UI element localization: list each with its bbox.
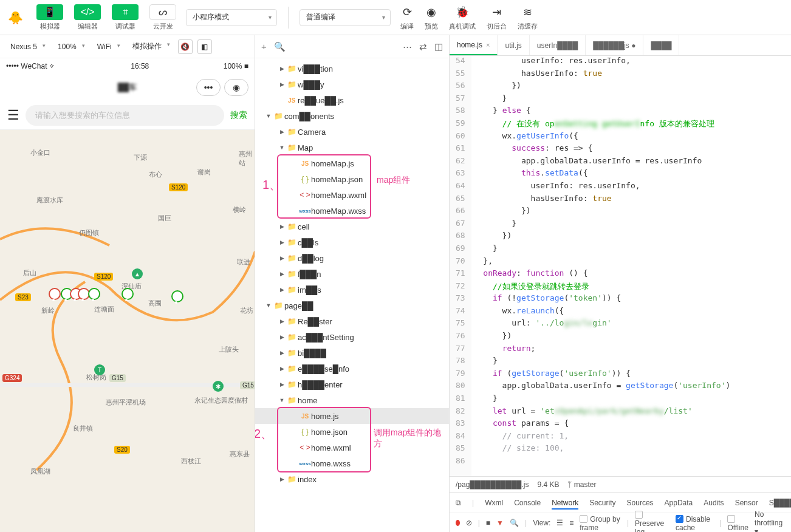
editor-tab[interactable]: userIn████ (530, 35, 586, 55)
map-label: 上陂头 (219, 345, 239, 354)
map-label: 惠东县 (230, 449, 250, 459)
remote-debug-icon[interactable]: 🐞 (456, 4, 469, 20)
tree-item[interactable]: ▶📁im██s (255, 282, 449, 298)
editor-label: 编辑器 (78, 22, 98, 31)
filter-icon[interactable]: ▼ (496, 519, 504, 527)
devtools-tab[interactable]: Security (589, 499, 615, 507)
tree-item[interactable]: ▶📁f███n (255, 266, 449, 282)
map-pin[interactable] (122, 288, 132, 301)
tree-item[interactable]: ▶📁bi████ (255, 345, 449, 361)
search-icon[interactable]: 🔍 (510, 519, 519, 527)
tree-item[interactable]: ▶📁vi███tion (255, 61, 449, 77)
tree-item[interactable]: JSre██ue██.js (255, 92, 449, 108)
tree-item[interactable]: ▶📁ac███ntSetting (255, 329, 449, 345)
collapse-icon[interactable]: ⇄ (419, 41, 427, 52)
map-pin[interactable] (171, 290, 182, 304)
tree-item[interactable]: ▶📁h████enter (255, 377, 449, 392)
tree-item[interactable]: ▶📁c██ls (255, 234, 449, 250)
map-pin[interactable] (49, 288, 60, 301)
list-view-icon[interactable]: ☰ (556, 519, 563, 527)
debugger-button[interactable]: ⌗ (112, 4, 139, 20)
record-icon[interactable] (456, 520, 460, 526)
devtools-tab[interactable]: Sensor (735, 499, 758, 507)
device-select[interactable]: Nexus 5 (5, 40, 49, 53)
simulator-button[interactable]: 📱 (36, 4, 63, 20)
offline-checkbox[interactable]: Offline (727, 514, 748, 532)
editor-tab[interactable]: home.js× (450, 35, 498, 55)
clear-cache-icon[interactable]: ≋ (523, 4, 532, 20)
devtools-tab[interactable]: Sources (627, 499, 654, 507)
frame-view-icon[interactable]: ≡ (569, 519, 574, 527)
menu-pill[interactable]: ••• (196, 79, 221, 96)
annotation-number: 2、 (255, 426, 273, 442)
rotate-icon[interactable]: ◧ (197, 39, 212, 54)
add-file-icon[interactable]: + (261, 41, 267, 52)
tree-item[interactable]: ▼📁com██onents (255, 108, 449, 124)
compile-icon[interactable]: ⟳ (403, 4, 412, 20)
search-input[interactable]: 请输入想要搜索的车位信息 (26, 105, 224, 126)
map-view[interactable]: S120 S120 S23 G324 S20 G15 G15 小金口 下源 谢岗… (0, 130, 255, 532)
tree-item[interactable]: ▶📁d██log (255, 250, 449, 266)
preview-icon[interactable]: ◉ (426, 4, 436, 20)
tree-item[interactable]: ▶📁Re██ster (255, 313, 449, 329)
badge-s120: S120 (94, 273, 113, 281)
disable-cache-checkbox[interactable]: Disable cache (676, 514, 713, 532)
search-icon[interactable]: 🔍 (274, 41, 286, 52)
editor-tab[interactable]: util.js (498, 35, 529, 55)
network-select[interactable]: WiFi (92, 40, 123, 53)
layout-icon[interactable]: ◫ (434, 41, 443, 52)
devtools-tab[interactable]: Network (552, 499, 578, 510)
preserve-log-checkbox[interactable]: Preserve log (635, 510, 669, 533)
tree-item[interactable]: ▶📁Camera (255, 124, 449, 140)
target-pill[interactable]: ◉ (224, 79, 248, 96)
inspect-icon[interactable]: ⧉ (456, 499, 461, 507)
map-pin[interactable] (78, 288, 89, 301)
tree-item[interactable]: wxsshomeMap.wxss (255, 203, 449, 219)
mute-icon[interactable]: 🔇 (178, 39, 193, 54)
editor-tab[interactable]: ██████js ● (586, 35, 643, 55)
annotation-text: 调用map组件的地方 (374, 428, 449, 449)
tree-item[interactable]: < >homeMap.wxml (255, 187, 449, 203)
preview-label: 预览 (425, 22, 438, 31)
map-pin[interactable] (88, 288, 99, 301)
tree-item[interactable]: ▶📁e████se█nfo (255, 361, 449, 377)
file-tree[interactable]: ▶📁vi███tion▶📁w███yJSre██ue██.js▼📁com██on… (255, 58, 449, 532)
devtools-tab[interactable]: Console (514, 499, 541, 507)
tree-item[interactable]: wxsshome.wxss (255, 455, 449, 471)
close-icon[interactable]: × (486, 41, 490, 49)
camera-icon[interactable]: ■ (486, 519, 490, 527)
devtools-tab[interactable]: AppData (665, 499, 693, 507)
tree-item[interactable]: ▶📁cell (255, 219, 449, 234)
poi-icon: ✱ (213, 381, 224, 392)
operation-select[interactable]: 模拟操作 (127, 39, 173, 54)
more-icon[interactable]: ⋯ (403, 41, 412, 52)
background-icon[interactable]: ⇥ (492, 4, 501, 20)
tree-item[interactable]: JShome.js (255, 408, 449, 424)
app-title: ██车 (118, 82, 137, 93)
tree-item[interactable]: ▶📁index (255, 471, 449, 487)
cloud-button[interactable]: ᔕ (149, 4, 176, 20)
code-area[interactable]: 5455565758596061626364656667686970717273… (450, 56, 791, 476)
tree-item[interactable]: ▼📁home (255, 392, 449, 408)
devtools-tab[interactable]: Audits (704, 499, 724, 507)
code-editor-panel: home.js×util.jsuserIn██████████js ●████ … (450, 35, 791, 532)
group-by-frame-checkbox[interactable]: Group by frame (580, 514, 621, 532)
tree-item[interactable]: ▼📁Map (255, 140, 449, 155)
editor-button[interactable]: </> (74, 4, 101, 20)
devtools-tab[interactable]: Wxml (485, 499, 503, 507)
editor-tab[interactable]: ████ (643, 35, 679, 55)
compile-select[interactable]: 普通编译 (300, 9, 391, 26)
tree-item[interactable]: ▼📁page██ (255, 298, 449, 313)
tree-item[interactable]: ▶📁w███y (255, 77, 449, 92)
stop-icon[interactable]: ⊘ (466, 519, 472, 527)
tree-item[interactable]: JShomeMap.js (255, 155, 449, 171)
throttling-select[interactable]: No throttling ▾ (755, 510, 785, 533)
zoom-select[interactable]: 100% (52, 40, 88, 53)
search-button[interactable]: 搜索 (230, 110, 247, 121)
hamburger-icon[interactable]: ☰ (7, 107, 19, 123)
map-label: 惠州站 (239, 149, 255, 168)
mode-select[interactable]: 小程序模式 (186, 9, 277, 26)
devtools-tab[interactable]: S████ (769, 499, 791, 507)
tree-item[interactable]: { }homeMap.json (255, 171, 449, 187)
map-label: 花坊 (240, 306, 253, 315)
